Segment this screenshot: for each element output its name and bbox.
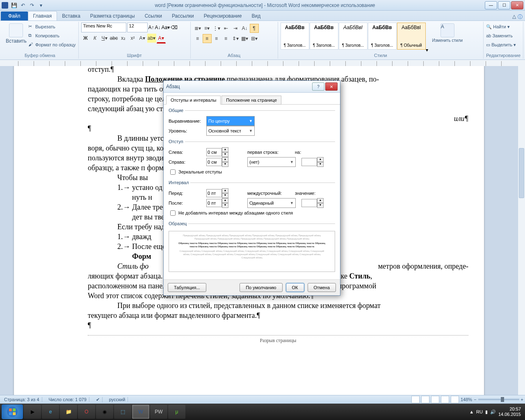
language-indicator[interactable]: русский [107, 397, 128, 402]
strike-icon[interactable]: abc [110, 34, 119, 43]
proofing-icon[interactable]: ✔ [94, 397, 103, 402]
grow-font-icon[interactable]: A↑ [148, 25, 154, 30]
cancel-button[interactable]: Отмена [308, 283, 336, 292]
text-effects-icon[interactable]: A▾ [138, 34, 147, 43]
space-before-spinner[interactable]: ▲▼ [206, 188, 228, 198]
style-heading1[interactable]: АаБбВв¶ Заголов... [281, 23, 309, 50]
zoom-slider[interactable] [478, 399, 519, 400]
maximize-button[interactable]: ☐ [498, 1, 510, 9]
underline-icon[interactable]: Ч▾ [100, 34, 109, 43]
view-tab[interactable]: Вид [247, 11, 265, 21]
minimize-button[interactable]: — [485, 1, 497, 9]
mailings-tab[interactable]: Рассылки [167, 11, 199, 21]
format-painter-button[interactable]: 🖌Формат по образцу [28, 41, 76, 49]
style-heading4[interactable]: АаБбВв¶ Заголов... [368, 23, 397, 50]
italic-icon[interactable]: К [91, 34, 100, 43]
taskbar-chrome[interactable]: ◉ [96, 405, 113, 419]
align-left-icon[interactable]: ≡ [193, 34, 202, 43]
font-color-icon[interactable]: A▾ [157, 34, 166, 43]
web-layout-view-icon[interactable] [431, 396, 439, 403]
linespacing-at-spinner[interactable]: ▲▼ [301, 198, 324, 208]
save-icon[interactable]: 💾 [10, 1, 18, 9]
styles-more-icon[interactable]: ▾ [426, 47, 428, 53]
superscript-icon[interactable]: x² [128, 34, 137, 43]
multilevel-icon[interactable]: ⋮▾ [212, 24, 221, 33]
indent-left-spinner[interactable]: ▲▼ [206, 147, 228, 157]
dec-indent-icon[interactable]: ⇤ [221, 24, 231, 33]
tray-more-icon[interactable]: ▲ [469, 409, 474, 414]
bold-icon[interactable]: Ж [81, 34, 90, 43]
references-tab[interactable]: Ссылки [140, 11, 167, 21]
tray-network-icon[interactable]: ▮ [485, 409, 488, 415]
shading-icon[interactable]: ▦▾ [240, 34, 249, 43]
taskbar-word[interactable]: W [132, 405, 149, 419]
close-button[interactable]: ✕ [511, 1, 523, 9]
default-button[interactable]: По умолчанию [240, 283, 282, 292]
outline-level-combo[interactable]: Основной текст▼ [206, 126, 255, 136]
qat-more-icon[interactable]: ▾ [37, 1, 45, 9]
taskbar-ie[interactable]: e [42, 405, 59, 419]
undo-icon[interactable]: ↶ [19, 1, 27, 9]
taskbar-explorer[interactable]: 📁 [60, 405, 77, 419]
scrollbar-thumb[interactable] [519, 148, 524, 198]
change-case-icon[interactable]: Aa▾ [162, 25, 170, 30]
firstline-by-spinner[interactable]: ▲▼ [301, 157, 324, 167]
align-center-icon[interactable]: ≡ [203, 34, 212, 43]
align-right-icon[interactable]: ≡ [212, 34, 221, 43]
bullets-icon[interactable]: ≣▾ [193, 24, 202, 33]
subscript-icon[interactable]: x₂ [119, 34, 128, 43]
zoom-in-button[interactable]: + [521, 397, 523, 402]
font-size-combo[interactable]: 12 [127, 23, 148, 32]
home-tab[interactable]: Главная [28, 11, 57, 21]
cut-button[interactable]: ✂Вырезать [28, 23, 76, 31]
clear-format-icon[interactable]: ⌫ [171, 25, 178, 30]
taskbar-opera[interactable]: O [78, 405, 95, 419]
tab-indents[interactable]: Отступы и интервалы [166, 96, 221, 105]
style-heading3[interactable]: АаБбВвІ¶ Заголов... [339, 23, 368, 50]
fullscreen-view-icon[interactable] [421, 396, 429, 403]
help-icon[interactable]: ⓘ [518, 14, 523, 21]
justify-icon[interactable]: ≡ [221, 34, 231, 43]
copy-button[interactable]: ⧉Копировать [28, 32, 76, 40]
zoom-out-button[interactable]: − [474, 397, 476, 402]
firstline-combo[interactable]: (нет)▼ [247, 157, 296, 167]
ok-button[interactable]: ОК [286, 283, 304, 292]
tabs-button[interactable]: Табуляция... [168, 283, 206, 292]
zoom-level[interactable]: 148% [461, 397, 472, 402]
linespacing-combo[interactable]: Одинарный▼ [247, 198, 296, 208]
alignment-combo[interactable]: По центру▼ [206, 116, 255, 126]
vertical-scrollbar[interactable] [518, 66, 525, 395]
line-spacing-icon[interactable]: ⇕▾ [231, 34, 240, 43]
space-after-spinner[interactable]: ▲▼ [206, 198, 228, 208]
outline-view-icon[interactable] [441, 396, 449, 403]
highlight-icon[interactable]: ab▾ [147, 34, 156, 43]
ribbon-minimize-icon[interactable]: △ [512, 14, 516, 21]
taskbar-app1[interactable]: ⬚ [114, 405, 131, 419]
inc-indent-icon[interactable]: ⇥ [231, 24, 240, 33]
taskbar-utorrent[interactable]: μ [168, 405, 185, 419]
font-name-combo[interactable]: Times New Rc [81, 23, 126, 32]
show-marks-icon[interactable]: ¶ [250, 24, 259, 33]
tray-lang[interactable]: RU [476, 409, 483, 414]
insert-tab[interactable]: Вставка [57, 11, 85, 21]
dialog-titlebar[interactable]: Абзац ? ✕ [164, 81, 340, 93]
borders-icon[interactable]: ⊞▾ [250, 34, 259, 43]
find-button[interactable]: 🔍Найти ▾ [486, 23, 509, 31]
indent-right-spinner[interactable]: ▲▼ [206, 157, 228, 167]
file-tab[interactable]: Файл [1, 11, 28, 21]
taskbar-app2[interactable]: PW [150, 405, 167, 419]
word-count[interactable]: Число слов: 1 079 [46, 397, 89, 402]
numbering-icon[interactable]: ≡▾ [203, 24, 212, 33]
page-indicator[interactable]: Страница: 3 из 4 [2, 397, 42, 402]
paste-button[interactable]: Вставить [4, 23, 28, 45]
dialog-close-button[interactable]: ✕ [325, 82, 338, 91]
tab-pageposition[interactable]: Положение на странице [221, 96, 281, 105]
tray-volume-icon[interactable]: 🔊 [490, 409, 496, 415]
tray-clock[interactable]: 20:57 14.06.2015 [498, 406, 521, 417]
no-space-same-style-checkbox[interactable] [170, 210, 176, 216]
style-heading2[interactable]: АаБбВв¶ Заголов... [310, 23, 338, 50]
mirror-indents-checkbox[interactable] [170, 169, 176, 175]
sort-icon[interactable]: A↓ [240, 24, 249, 33]
replace-button[interactable]: abЗаменить [486, 32, 513, 40]
layout-tab[interactable]: Разметка страницы [85, 11, 140, 21]
